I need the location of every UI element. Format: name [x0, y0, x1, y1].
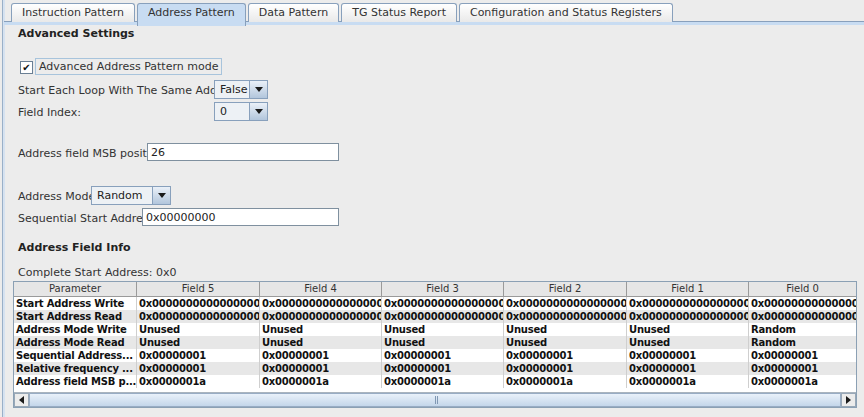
column-header[interactable]: Field 4 [260, 282, 382, 296]
table-cell[interactable]: Unused [137, 323, 260, 336]
table-cell[interactable]: 0x00000001 [137, 362, 260, 375]
table-cell[interactable]: Unused [382, 323, 504, 336]
table-cell[interactable]: Unused [627, 323, 749, 336]
column-header[interactable]: Field 2 [504, 282, 627, 296]
field-index-combobox-arrow-button[interactable] [249, 103, 267, 120]
table-cell[interactable]: 0x0000000000000000 [137, 297, 260, 310]
table-cell[interactable]: 0x00000001 [382, 362, 504, 375]
tab-configuration-status-registers[interactable]: Configuration and Status Registers [459, 3, 673, 22]
table-cell[interactable]: Unused [504, 323, 627, 336]
chevron-down-icon [255, 87, 263, 92]
loop-combobox-value: False [215, 81, 249, 98]
table-cell[interactable]: 0x0000000000000000 [260, 297, 382, 310]
loop-label: Start Each Loop With The Same Address: [18, 84, 243, 97]
table-cell[interactable]: 0x0000001a [504, 375, 627, 388]
table-cell[interactable]: 0x00000001 [504, 349, 627, 362]
tab-data-pattern[interactable]: Data Pattern [248, 3, 339, 22]
table-row: Sequential Address...0x000000010x0000000… [14, 349, 856, 362]
table-cell[interactable]: 0x00000001 [749, 362, 857, 375]
address-mode-combobox-arrow-button[interactable] [152, 187, 170, 204]
table-cell[interactable]: Random [749, 336, 857, 349]
table-cell[interactable]: 0x0000000000000000 [260, 310, 382, 323]
table-cell[interactable]: Unused [260, 336, 382, 349]
horizontal-scrollbar[interactable] [14, 392, 856, 407]
table-cell[interactable]: Relative frequency ... [14, 362, 137, 375]
advanced-mode-checkbox[interactable]: ✔ [20, 61, 33, 74]
advanced-mode-checkbox-label[interactable]: Advanced Address Pattern mode [35, 58, 222, 75]
tab-address-pattern[interactable]: Address Pattern [137, 3, 246, 26]
column-header[interactable]: Field 3 [382, 282, 504, 296]
table-cell[interactable]: 0x0000000000000000 [382, 297, 504, 310]
table-cell[interactable]: 0x0000001a [382, 375, 504, 388]
table-cell[interactable]: 0x00000001 [382, 349, 504, 362]
table-cell[interactable]: 0x0000000000000000 [627, 310, 749, 323]
table-cell[interactable]: Address Mode Write [14, 323, 137, 336]
table-cell[interactable]: Address Mode Read [14, 336, 137, 349]
address-mode-label: Address Mode: [18, 190, 99, 203]
table-cell[interactable]: 0x0000000000000000 [504, 297, 627, 310]
table-cell[interactable]: 0x00000001 [749, 349, 857, 362]
table-row: Start Address Write0x00000000000000000x0… [14, 297, 856, 310]
table-cell[interactable]: Sequential Address... [14, 349, 137, 362]
table-cell[interactable]: Random [749, 323, 857, 336]
loop-combobox[interactable]: False [214, 80, 268, 99]
table-cell[interactable]: 0x00000001 [260, 349, 382, 362]
table-cell[interactable]: 0x0000001a [627, 375, 749, 388]
table-cell[interactable]: 0x0000001a [137, 375, 260, 388]
scroll-left-button[interactable] [14, 393, 29, 407]
table-cell[interactable]: Start Address Read [14, 310, 137, 323]
tab-instruction-pattern[interactable]: Instruction Pattern [11, 3, 135, 22]
tab-content-strip [4, 22, 864, 25]
chevron-down-icon [255, 109, 263, 114]
sequential-start-input[interactable] [142, 208, 339, 226]
table-row: Start Address Read0x00000000000000000x00… [14, 310, 856, 323]
scrollbar-thumb[interactable] [29, 393, 841, 407]
table-cell[interactable]: 0x00000001 [504, 362, 627, 375]
address-field-table-scrollpane: ParameterField 5Field 4Field 3Field 2Fie… [13, 281, 857, 408]
table-row: Address Mode ReadUnusedUnusedUnusedUnuse… [14, 336, 856, 349]
table-cell[interactable]: 0x0000000000000000 [137, 310, 260, 323]
table-row: Address field MSB p...0x0000001a0x000000… [14, 375, 856, 388]
table-cell[interactable]: Unused [382, 336, 504, 349]
chevron-down-icon [158, 193, 166, 198]
table-cell[interactable]: 0x0000000000000000 [504, 310, 627, 323]
table-cell[interactable]: 0x0000000000000000 [382, 310, 504, 323]
field-index-combobox-value: 0 [215, 103, 249, 120]
table-cell[interactable]: 0x00000001 [137, 349, 260, 362]
table-cell[interactable]: 0x00000001 [627, 349, 749, 362]
table-cell[interactable]: 0x0000000000000000 [627, 297, 749, 310]
table-cell[interactable]: Unused [504, 336, 627, 349]
address-mode-combobox[interactable]: Random [91, 186, 171, 205]
column-header[interactable]: Field 1 [627, 282, 749, 296]
msb-position-input[interactable] [147, 143, 339, 161]
table-cell[interactable]: Unused [627, 336, 749, 349]
advanced-settings-title: Advanced Settings [18, 27, 134, 40]
arrow-right-icon [846, 396, 851, 404]
left-frame-highlight [3, 0, 5, 417]
table-row: Relative frequency ...0x000000010x000000… [14, 362, 856, 375]
table-cell[interactable]: Start Address Write [14, 297, 137, 310]
table-body: Start Address Write0x00000000000000000x0… [14, 297, 856, 388]
field-index-combobox[interactable]: 0 [214, 102, 268, 121]
table-header-row: ParameterField 5Field 4Field 3Field 2Fie… [14, 282, 856, 297]
column-header[interactable]: Field 0 [749, 282, 857, 296]
loop-combobox-arrow-button[interactable] [249, 81, 267, 98]
scrollbar-grip-icon [435, 396, 436, 404]
table-cell[interactable]: Unused [260, 323, 382, 336]
tab-bar: Instruction Pattern Address Pattern Data… [11, 3, 675, 22]
table-cell[interactable]: 0x00000001 [627, 362, 749, 375]
address-mode-combobox-value: Random [92, 187, 152, 204]
msb-position-label: Address field MSB position: [18, 147, 167, 160]
checkbox-check-icon: ✔ [22, 62, 30, 73]
table-cell[interactable]: Unused [137, 336, 260, 349]
table-cell[interactable]: 0x0000001a [260, 375, 382, 388]
table-cell[interactable]: Address field MSB p... [14, 375, 137, 388]
tab-tg-status-report[interactable]: TG Status Report [341, 3, 457, 22]
table-cell[interactable]: 0x0000000000000000 [749, 297, 857, 310]
table-cell[interactable]: 0x00000001 [260, 362, 382, 375]
column-header[interactable]: Parameter [14, 282, 137, 296]
table-cell[interactable]: 0x0000001a [749, 375, 857, 388]
scroll-right-button[interactable] [841, 393, 856, 407]
column-header[interactable]: Field 5 [137, 282, 260, 296]
table-cell[interactable]: 0x0000000000000000 [749, 310, 857, 323]
